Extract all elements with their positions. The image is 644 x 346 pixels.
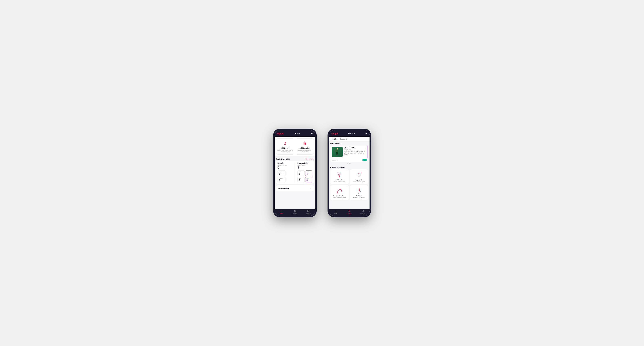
putt-label: PUTT bbox=[306, 178, 311, 179]
drill-thumb-bg bbox=[332, 147, 343, 157]
circle-icon: ⊙ bbox=[332, 159, 333, 161]
practice-value: 0 bbox=[279, 179, 284, 181]
activities-nav-icon bbox=[294, 210, 296, 213]
around-green-desc: Hone your short game bbox=[333, 197, 346, 198]
skill-off-the-tee[interactable]: Off The Tee Power and accuracy bbox=[330, 170, 349, 184]
off-the-tee-desc: Power and accuracy bbox=[334, 181, 345, 182]
nav-activities-p2[interactable]: Activities bbox=[342, 210, 356, 214]
ott-label: OTT bbox=[299, 171, 303, 173]
approach-name: Approach bbox=[356, 179, 362, 181]
popular-label: Most Popular bbox=[330, 143, 368, 145]
add-round-title: Add Round bbox=[281, 147, 290, 149]
home-nav-label-p2: Home bbox=[334, 213, 337, 214]
phone-practice-screen: clippd Practice ≡ Drills Favourites Most… bbox=[329, 130, 370, 216]
svg-point-10 bbox=[294, 210, 295, 211]
home-header: clippd Home ≡ bbox=[275, 130, 315, 137]
svg-text:+: + bbox=[305, 144, 306, 145]
drill-yardage: 50–100 yds bbox=[344, 149, 356, 150]
practice-label: Practice bbox=[279, 178, 284, 179]
action-cards-row: Add Round Record your shots in fast or e… bbox=[275, 137, 315, 156]
off-the-tee-name: Off The Tee bbox=[336, 179, 343, 181]
svg-rect-20 bbox=[336, 154, 337, 155]
rounds-sub-grid: Tournament 0 Practice 0 bbox=[278, 171, 292, 182]
tab-favourites[interactable]: Favourites bbox=[338, 137, 350, 141]
approach-icon bbox=[355, 171, 363, 178]
drill-card[interactable]: Wedge Ladder 50–100 yds ☆ Play 1 shot at… bbox=[330, 146, 368, 158]
rounds-col: Rounds Rounds Capture 0 Tournament 0 bbox=[278, 162, 292, 182]
nav-capture[interactable]: Capture bbox=[302, 210, 315, 214]
drill-description: Play 1 shot at each target yardage. If y… bbox=[344, 151, 367, 156]
svg-rect-19 bbox=[337, 152, 338, 154]
activities-nav-icon-p2 bbox=[348, 210, 350, 213]
approach-desc: Dial-in to hit the green bbox=[353, 181, 365, 182]
drill-shots: ⊙ 9 shots bbox=[332, 159, 338, 161]
tournament-item: Tournament 0 bbox=[278, 171, 286, 176]
app-label: APP bbox=[306, 171, 311, 173]
home-logo: clippd bbox=[277, 132, 284, 135]
view-activity-link[interactable]: View Activity bbox=[305, 158, 313, 160]
golf-bag-row[interactable]: My Golf Bag › bbox=[276, 185, 314, 191]
nav-activities[interactable]: Activities bbox=[288, 210, 302, 214]
dot-1 bbox=[347, 163, 348, 164]
drills-title: Practice Drills bbox=[298, 162, 312, 164]
svg-point-43 bbox=[359, 190, 360, 191]
activity-section-title: Last 3 Months bbox=[276, 158, 290, 160]
svg-rect-21 bbox=[337, 154, 338, 155]
phone-practice: clippd Practice ≡ Drills Favourites Most… bbox=[328, 129, 371, 217]
arg-value: 0 bbox=[299, 179, 303, 181]
rounds-title: Rounds bbox=[278, 162, 292, 164]
golf-bag-chevron: › bbox=[311, 187, 312, 190]
stats-divider bbox=[295, 162, 295, 182]
putt-item: PUTT 4 bbox=[305, 177, 312, 182]
svg-point-42 bbox=[358, 193, 360, 194]
phones-container: clippd Home ≡ bbox=[273, 129, 371, 217]
drill-info: Wedge Ladder 50–100 yds ☆ Play 1 shot at… bbox=[344, 147, 367, 157]
nav-capture-p2[interactable]: Capture bbox=[356, 210, 370, 214]
explore-section: Explore skill areas bbox=[329, 167, 370, 201]
skill-approach[interactable]: Approach Dial-in to hit the green bbox=[350, 170, 368, 184]
phone-home-screen: clippd Home ≡ bbox=[275, 130, 315, 216]
drills-sub-grid: OTT 0 APP 4 ARG 0 bbox=[298, 171, 312, 182]
putt-value: 4 bbox=[306, 179, 311, 181]
practice-logo: clippd bbox=[332, 132, 338, 135]
home-menu-icon[interactable]: ≡ bbox=[311, 132, 312, 135]
practice-item: Practice 0 bbox=[278, 177, 286, 182]
svg-point-45 bbox=[358, 190, 358, 190]
arg-label: ARG bbox=[299, 178, 303, 179]
add-practice-desc: Capture your practice off-the-course bbox=[297, 149, 312, 153]
drill-card-footer: ⊙ 9 shots APP bbox=[330, 158, 368, 162]
practice-menu-icon[interactable]: ≡ bbox=[365, 132, 367, 135]
svg-rect-18 bbox=[336, 152, 337, 154]
stats-row: Rounds Rounds Capture 0 Tournament 0 bbox=[278, 162, 312, 182]
drill-star-icon[interactable]: ☆ bbox=[365, 147, 367, 149]
ott-item: OTT 0 bbox=[298, 171, 304, 176]
add-round-card[interactable]: Add Round Record your shots in fast or e… bbox=[276, 139, 294, 155]
svg-point-46 bbox=[360, 191, 361, 192]
putting-name: Putting bbox=[356, 195, 362, 197]
tab-drills[interactable]: Drills bbox=[331, 137, 338, 141]
svg-point-14 bbox=[336, 148, 338, 150]
skill-around-green[interactable]: Around The Green Hone your short game bbox=[330, 185, 349, 200]
putting-icon bbox=[355, 187, 363, 194]
drills-capture-value: 8 bbox=[298, 166, 312, 170]
home-nav-label: Home bbox=[280, 213, 283, 214]
ott-value: 0 bbox=[299, 173, 303, 175]
skill-putting[interactable]: Putting Make and lag practice bbox=[350, 185, 368, 200]
capture-nav-label-p2: Capture bbox=[360, 213, 365, 214]
popular-section: Most Popular bbox=[329, 141, 370, 167]
svg-point-12 bbox=[308, 211, 309, 211]
capture-nav-icon-p2 bbox=[362, 210, 364, 213]
add-practice-icon: + bbox=[302, 141, 308, 146]
practice-tabs: Drills Favourites bbox=[329, 137, 370, 141]
explore-label: Explore skill areas bbox=[329, 167, 370, 170]
home-content: Add Round Record your shots in fast or e… bbox=[275, 137, 315, 209]
add-practice-title: Add Practice bbox=[300, 147, 310, 149]
add-practice-card[interactable]: + Add Practice Capture your practice off… bbox=[296, 139, 314, 155]
nav-home[interactable]: ⌂ Home bbox=[275, 210, 288, 214]
nav-home-p2[interactable]: ⌂ Home bbox=[329, 210, 342, 214]
add-round-icon bbox=[282, 141, 288, 146]
home-bottom-nav: ⌂ Home Activities bbox=[275, 209, 315, 216]
around-green-name: Around The Green bbox=[333, 195, 346, 197]
app-value: 4 bbox=[306, 173, 311, 175]
svg-point-44 bbox=[359, 188, 360, 189]
